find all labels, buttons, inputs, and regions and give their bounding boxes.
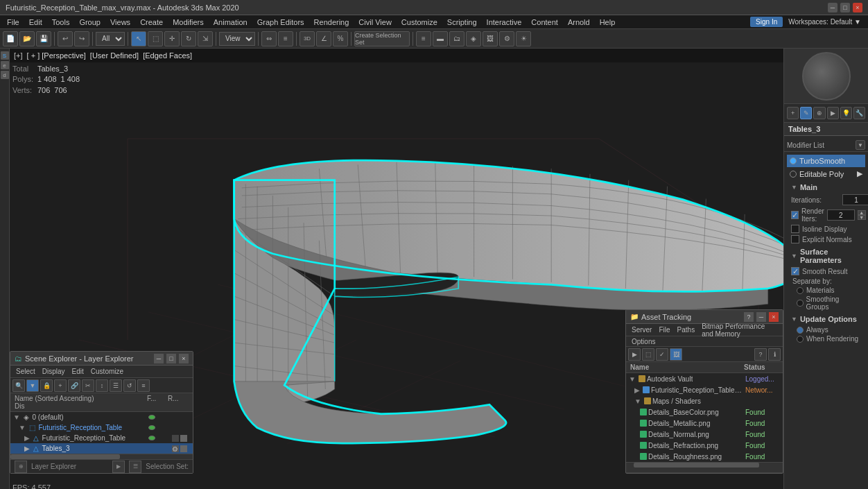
se-sort-btn[interactable]: ↕ <box>96 379 108 392</box>
se-eye-mesh1[interactable] <box>148 436 155 440</box>
nav-sphere[interactable] <box>802 52 851 101</box>
menu-group[interactable]: Group <box>75 17 105 28</box>
se-item-reception-group[interactable]: ▼ ⬚ Futuristic_Reception_Table <box>10 422 193 433</box>
se-maximize-btn[interactable]: □ <box>166 354 176 363</box>
at-btn-4[interactable]: 🖼 <box>670 348 682 361</box>
at-item-metallic[interactable]: Details_Metallic.png Found <box>626 418 783 429</box>
at-menu-file[interactable]: File <box>656 325 672 334</box>
se-eye-default[interactable] <box>148 415 155 420</box>
at-item-roughness[interactable]: Details_Roughness.png Found <box>626 451 783 462</box>
se-link-btn[interactable]: 🔗 <box>68 379 80 392</box>
selection-filter-dropdown[interactable]: All <box>96 32 125 46</box>
close-btn[interactable]: × <box>853 3 862 12</box>
se-col-f[interactable]: F... <box>147 395 168 402</box>
left-icon-1[interactable]: S <box>1 51 9 60</box>
se-display-mesh1[interactable] <box>180 435 187 442</box>
at-help-icon[interactable]: ? <box>754 348 767 361</box>
se-all-btn[interactable]: ≡ <box>137 379 150 392</box>
modifier-list-dropdown[interactable]: ▼ <box>856 140 865 150</box>
se-find-btn[interactable]: 🔍 <box>12 379 25 392</box>
se-menu-select[interactable]: Select <box>13 367 38 376</box>
ts-main-header[interactable]: ▼ Main <box>791 183 861 191</box>
ts-update-header[interactable]: ▼ Update Options <box>791 315 861 323</box>
modifier-editablepoly[interactable]: Editable Poly ▶ <box>787 167 865 180</box>
at-item-refraction[interactable]: Details_Refraction.png Found <box>626 440 783 451</box>
at-item-maps[interactable]: ▼ Maps / Shaders <box>626 395 783 406</box>
align-btn[interactable]: ≡ <box>278 31 293 46</box>
menu-edit[interactable]: Edit <box>25 17 46 28</box>
maximize-btn[interactable]: □ <box>840 3 850 12</box>
menu-graph-editors[interactable]: Graph Editors <box>253 17 309 28</box>
at-btn-3[interactable]: ✓ <box>656 348 668 361</box>
se-status-expand[interactable]: ▶ <box>112 461 125 473</box>
se-status-icon[interactable]: ⊕ <box>15 461 27 473</box>
at-scrollbar-h[interactable] <box>626 462 783 467</box>
left-icon-3[interactable]: d <box>1 71 9 79</box>
open-btn[interactable]: 📂 <box>19 31 35 46</box>
ts-surface-header[interactable]: ▼ Surface Parameters <box>791 248 861 264</box>
select-btn[interactable]: ↖ <box>131 31 146 46</box>
se-display-tables3[interactable] <box>180 445 187 452</box>
utilities-panel-btn[interactable]: 🔧 <box>853 107 865 119</box>
at-close-btn[interactable]: × <box>769 312 779 322</box>
move-btn[interactable]: ✛ <box>164 31 180 46</box>
when-rendering-radio[interactable] <box>797 336 804 343</box>
se-menu-edit[interactable]: Edit <box>69 367 87 376</box>
isoline-checkbox[interactable] <box>791 225 799 233</box>
menu-arnold[interactable]: Arnold <box>564 17 594 28</box>
menu-modifiers[interactable]: Modifiers <box>168 17 208 28</box>
scene-explorer-btn[interactable]: 🗂 <box>449 31 465 46</box>
create-panel-btn[interactable]: + <box>787 107 799 119</box>
new-btn[interactable]: 📄 <box>3 31 18 46</box>
at-menu-paths[interactable]: Paths <box>675 325 698 334</box>
se-filter-btn[interactable]: ▼ <box>26 379 39 392</box>
menu-content[interactable]: Content <box>527 17 562 28</box>
workspaces-dropdown[interactable]: Workspaces: Default ▼ <box>784 17 865 27</box>
menu-interactive[interactable]: Interactive <box>483 17 526 28</box>
menu-customize[interactable]: Customize <box>397 17 442 28</box>
menu-rendering[interactable]: Rendering <box>310 17 354 28</box>
at-scrollbar-h2[interactable] <box>626 467 783 473</box>
se-col-r[interactable]: R... <box>168 395 189 402</box>
se-eye-reception[interactable] <box>148 425 155 430</box>
iterations-input[interactable] <box>842 194 868 205</box>
render-iters-checkbox[interactable]: ✓ <box>791 211 799 219</box>
layers-btn[interactable]: ≡ <box>416 31 431 46</box>
at-item-vault[interactable]: ▼ Autodesk Vault Logged... <box>626 373 783 384</box>
undo-btn[interactable]: ↩ <box>58 31 73 46</box>
at-item-basecolor[interactable]: Details_BaseColor.png Found <box>626 406 783 418</box>
save-btn[interactable]: 💾 <box>36 31 51 46</box>
motion-panel-btn[interactable]: ▶ <box>827 107 839 119</box>
se-status-options[interactable]: ☰ <box>129 461 141 473</box>
hierarchy-panel-btn[interactable]: ⊕ <box>813 107 825 119</box>
modifier-eye-editablepoly[interactable] <box>790 171 797 178</box>
ribbon-btn[interactable]: ▬ <box>433 31 448 46</box>
at-options-label[interactable]: Options <box>629 337 658 346</box>
editablepoly-expand-arrow[interactable]: ▶ <box>857 169 862 178</box>
scene-explorer-titlebar[interactable]: 🗂 Scene Explorer - Layer Explorer ─ □ × <box>10 352 193 366</box>
at-minimize-btn[interactable]: ─ <box>756 312 766 322</box>
reference-coord-dropdown[interactable]: View <box>219 32 255 46</box>
at-menu-server[interactable]: Server <box>629 325 654 334</box>
redo-btn[interactable]: ↪ <box>74 31 89 46</box>
se-item-reception-mesh[interactable]: ▶ △ Futuristic_Reception_Table <box>10 433 193 443</box>
at-info-icon[interactable]: ℹ <box>768 348 781 361</box>
snap-3d-btn[interactable]: 3D <box>300 31 315 46</box>
smooth-result-checkbox[interactable]: ✓ <box>791 267 799 275</box>
materials-radio[interactable] <box>797 287 804 294</box>
se-add-btn[interactable]: + <box>54 379 67 392</box>
se-sync-btn[interactable]: ↺ <box>123 379 136 392</box>
se-item-default-layer[interactable]: ▼ ◈ 0 (default) <box>10 412 193 422</box>
modify-panel-btn[interactable]: ✎ <box>800 107 812 119</box>
se-scrollbar[interactable] <box>10 454 193 459</box>
at-help-btn[interactable]: ? <box>744 312 754 322</box>
at-btn-2[interactable]: ⬚ <box>642 348 654 361</box>
menu-views[interactable]: Views <box>106 17 134 28</box>
menu-help[interactable]: Help <box>596 17 620 28</box>
menu-scripting[interactable]: Scripting <box>443 17 481 28</box>
smoothing-groups-radio[interactable] <box>797 300 804 307</box>
render-setup-btn[interactable]: ⚙ <box>499 31 514 46</box>
snap-pct-btn[interactable]: % <box>333 31 348 46</box>
left-icon-2[interactable]: e <box>1 61 9 69</box>
menu-animation[interactable]: Animation <box>209 17 252 28</box>
